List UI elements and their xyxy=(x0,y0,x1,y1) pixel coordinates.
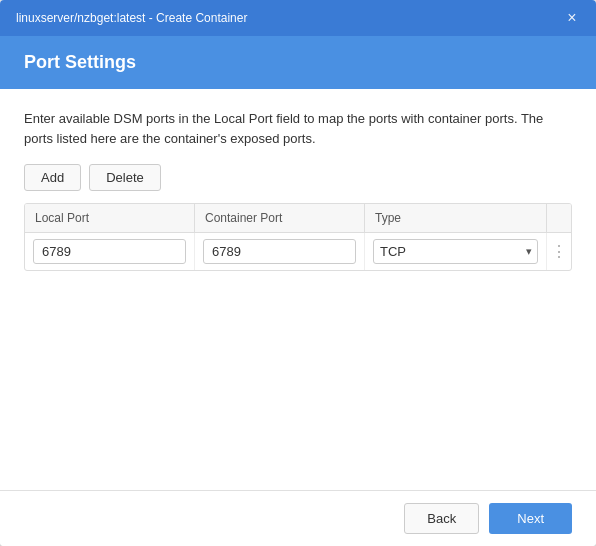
type-select[interactable]: TCP UDP xyxy=(373,239,538,264)
title-bar: linuxserver/nzbget:latest - Create Conta… xyxy=(0,0,596,36)
table-header: Local Port Container Port Type xyxy=(25,204,571,233)
title-bar-text: linuxserver/nzbget:latest - Create Conta… xyxy=(16,11,247,25)
local-port-cell xyxy=(25,233,195,270)
dialog: linuxserver/nzbget:latest - Create Conta… xyxy=(0,0,596,546)
page-title: Port Settings xyxy=(24,52,572,73)
row-action-cell[interactable]: ⋮ xyxy=(547,236,571,267)
table-row: TCP UDP ⋮ xyxy=(25,233,571,270)
local-port-input[interactable] xyxy=(33,239,186,264)
port-table: Local Port Container Port Type TCP UDP xyxy=(24,203,572,271)
add-button[interactable]: Add xyxy=(24,164,81,191)
toolbar: Add Delete xyxy=(24,164,572,191)
description-text: Enter available DSM ports in the Local P… xyxy=(24,109,572,148)
container-port-cell xyxy=(195,233,365,270)
more-icon: ⋮ xyxy=(551,242,567,261)
col-local-port: Local Port xyxy=(25,204,195,232)
col-action xyxy=(547,204,571,232)
footer: Back Next xyxy=(0,490,596,546)
col-type: Type xyxy=(365,204,547,232)
content-area: Enter available DSM ports in the Local P… xyxy=(0,89,596,490)
delete-button[interactable]: Delete xyxy=(89,164,161,191)
header: Port Settings xyxy=(0,36,596,89)
type-select-wrapper: TCP UDP xyxy=(373,239,538,264)
close-button[interactable]: × xyxy=(564,10,580,26)
type-cell: TCP UDP xyxy=(365,233,547,270)
back-button[interactable]: Back xyxy=(404,503,479,534)
container-port-input[interactable] xyxy=(203,239,356,264)
next-button[interactable]: Next xyxy=(489,503,572,534)
col-container-port: Container Port xyxy=(195,204,365,232)
